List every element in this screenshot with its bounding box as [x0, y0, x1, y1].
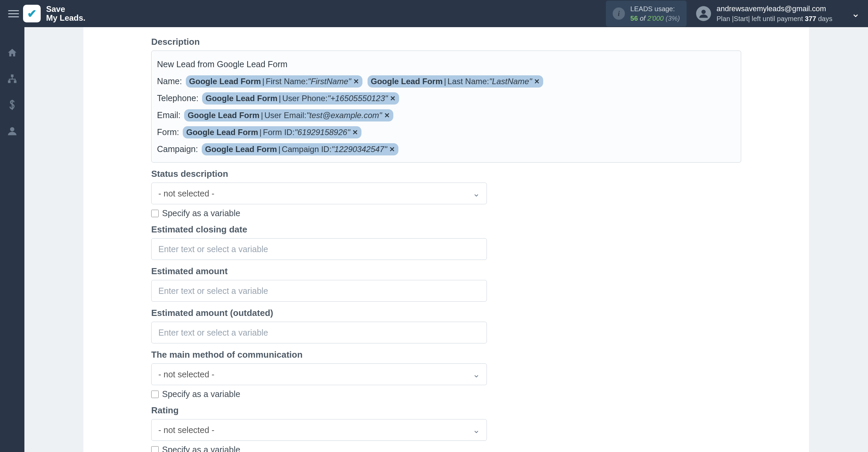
variable-tag[interactable]: Google Lead Form | User Phone: "+1650555… [202, 92, 399, 105]
leads-total: 2'000 [647, 15, 664, 22]
leads-usage-values: 56 of 2'000 (3%) [630, 14, 680, 23]
estimated-amount-outdated-label: Estimated amount (outdated) [151, 308, 741, 318]
main-communication-value: - not selected - [158, 370, 214, 379]
variable-tag[interactable]: Google Lead Form | User Email: "test@exa… [184, 109, 393, 121]
estimated-closing-date-block: Estimated closing date [151, 224, 741, 260]
variable-tag-value: "test@example.com" [307, 107, 382, 124]
description-row: Form: Google Lead Form | Form ID: "61929… [157, 124, 735, 140]
description-row-label: Email: [157, 110, 183, 120]
variable-tag-value: "LastName" [489, 73, 532, 90]
description-row-label: Campaign: [157, 144, 200, 154]
status-description-block: Status description - not selected - ⌄ Sp… [151, 169, 741, 218]
close-icon[interactable]: ✕ [389, 143, 395, 156]
hamburger-icon[interactable] [8, 8, 19, 19]
description-box[interactable]: New Lead from Google Lead Form Name: Goo… [151, 51, 741, 163]
user-lines: andrewsavemyleads@gmail.com Plan |Start|… [716, 4, 832, 24]
leads-of: of [640, 15, 646, 22]
rating-specify-label: Specify as a variable [162, 445, 240, 452]
leads-usage-lines: LEADS usage: 56 of 2'000 (3%) [630, 4, 680, 23]
user-plan-prefix: Plan |Start| left until payment [716, 15, 803, 22]
variable-tag-source: Google Lead Form [205, 90, 277, 107]
estimated-closing-date-input[interactable] [151, 238, 487, 260]
variable-tag-field: User Phone: [282, 90, 328, 107]
user-email: andrewsavemyleads@gmail.com [716, 4, 832, 14]
logo-badge[interactable]: ✔ [23, 5, 41, 22]
variable-tag[interactable]: Google Lead Form | First Name: "FirstNam… [186, 75, 362, 88]
close-icon[interactable]: ✕ [353, 75, 359, 88]
status-description-select[interactable]: - not selected - ⌄ [151, 183, 487, 204]
rating-label: Rating [151, 405, 741, 416]
estimated-amount-label: Estimated amount [151, 266, 741, 277]
status-description-label: Status description [151, 169, 741, 179]
close-icon[interactable]: ✕ [390, 92, 396, 105]
variable-tag-source: Google Lead Form [186, 124, 258, 140]
rating-specify-checkbox[interactable] [151, 446, 159, 452]
chevron-down-icon[interactable]: ⌄ [851, 7, 860, 19]
user-plan-days-suffix: days [818, 15, 832, 22]
logo-line2: My Leads. [46, 14, 85, 22]
main-communication-select[interactable]: - not selected - ⌄ [151, 363, 487, 385]
variable-tag-value: "61929158926" [295, 124, 350, 140]
status-description-value: - not selected - [158, 189, 214, 199]
description-row: Email: Google Lead Form | User Email: "t… [157, 107, 735, 124]
variable-tag[interactable]: Google Lead Form | Last Name: "LastName"… [368, 75, 543, 88]
main-communication-specify-row: Specify as a variable [151, 389, 741, 399]
variable-tag-value: "FirstName" [308, 73, 351, 90]
estimated-amount-outdated-input[interactable] [151, 322, 487, 343]
variable-tag-field: Campaign ID: [282, 141, 332, 157]
description-lead-line: New Lead from Google Lead Form [157, 56, 735, 73]
estimated-amount-input[interactable] [151, 280, 487, 302]
close-icon[interactable]: ✕ [352, 126, 358, 139]
sidebar [0, 27, 24, 452]
sidebar-item-billing[interactable] [9, 100, 15, 112]
variable-tag-source: Google Lead Form [205, 141, 277, 157]
svg-point-4 [10, 127, 15, 132]
description-row-label: Telephone: [157, 93, 201, 103]
svg-rect-1 [11, 75, 14, 77]
form-card: Description New Lead from Google Lead Fo… [83, 27, 809, 452]
logo-text: Save My Leads. [46, 5, 85, 23]
variable-tag-separator: | [278, 141, 280, 157]
description-label: Description [151, 37, 741, 47]
close-icon[interactable]: ✕ [534, 75, 540, 88]
user-block[interactable]: andrewsavemyleads@gmail.com Plan |Start|… [696, 4, 860, 24]
info-icon: i [613, 7, 625, 20]
description-row: Campaign: Google Lead Form | Campaign ID… [157, 140, 735, 157]
user-plan-line: Plan |Start| left until payment 377 days [716, 14, 832, 23]
estimated-amount-block: Estimated amount [151, 266, 741, 302]
main-communication-block: The main method of communication - not s… [151, 350, 741, 399]
user-plan-days: 377 [805, 15, 816, 22]
variable-tag-field: First Name: [266, 73, 308, 90]
svg-rect-3 [14, 80, 17, 83]
sidebar-item-home[interactable] [7, 48, 17, 60]
sidebar-item-connections[interactable] [7, 74, 17, 86]
close-icon[interactable]: ✕ [384, 109, 390, 122]
estimated-amount-outdated-block: Estimated amount (outdated) [151, 308, 741, 343]
rating-select[interactable]: - not selected - ⌄ [151, 419, 487, 441]
estimated-closing-date-label: Estimated closing date [151, 224, 741, 235]
svg-rect-2 [8, 80, 11, 83]
main-communication-specify-label: Specify as a variable [162, 389, 240, 399]
variable-tag[interactable]: Google Lead Form | Campaign ID: "1229034… [202, 143, 398, 155]
rating-block: Rating - not selected - ⌄ Specify as a v… [151, 405, 741, 452]
variable-tag-separator: | [444, 73, 446, 90]
rating-specify-row: Specify as a variable [151, 445, 741, 452]
sidebar-item-account[interactable] [7, 126, 17, 138]
logo-check-icon: ✔ [27, 7, 37, 20]
leads-usage-box[interactable]: i LEADS usage: 56 of 2'000 (3%) [606, 1, 687, 26]
status-description-specify-label: Specify as a variable [162, 208, 240, 218]
variable-tag-source: Google Lead Form [188, 107, 259, 124]
main-communication-specify-checkbox[interactable] [151, 391, 159, 398]
leads-usage-title: LEADS usage: [630, 4, 680, 14]
leads-used: 56 [630, 15, 638, 22]
variable-tag-separator: | [259, 124, 261, 140]
variable-tag-field: User Email: [264, 107, 307, 124]
main-communication-label: The main method of communication [151, 350, 741, 360]
avatar-icon [696, 6, 711, 21]
page-wrap: Description New Lead from Google Lead Fo… [24, 27, 868, 452]
status-description-specify-checkbox[interactable] [151, 210, 159, 217]
variable-tag[interactable]: Google Lead Form | Form ID: "61929158926… [183, 126, 361, 138]
variable-tag-field: Last Name: [448, 73, 489, 90]
svg-point-0 [702, 10, 706, 14]
variable-tag-field: Form ID: [263, 124, 294, 140]
